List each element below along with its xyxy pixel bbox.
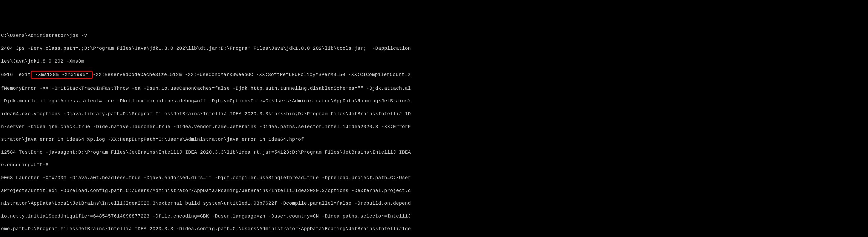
jps-output-line: e.encoding=UTF-8 [1, 162, 867, 168]
jps-output-line: fMemoryError -XX:-OmitStackTraceInFastTh… [1, 85, 867, 92]
jps-output-line: strator\java_error_in_idea64_%p.log -XX:… [1, 136, 867, 143]
jps-output-line: 12584 TestDemo -javaagent:D:\Program Fil… [1, 149, 867, 155]
jps-output-line: -Djdk.module.illegalAccess.silent=true -… [1, 98, 867, 104]
jps-output-line: 9068 Launcher -Xmx700m -Djava.awt.headle… [1, 175, 867, 181]
jps-output-line: idea64.exe.vmoptions -Djava.library.path… [1, 111, 867, 117]
jps-output-line: les\Java\jdk1.8.0_202 -Xms8m [1, 58, 867, 64]
pid-label: 6916 exit [1, 72, 31, 77]
memory-args-highlight: -Xms128m -Xmx1995m [31, 71, 93, 79]
jps-output-line: io.netty.initialSeedUniquifier=648545761… [1, 213, 867, 219]
jps-output-line: 6916 exit -Xms128m -Xmx1995m -XX:Reserve… [1, 71, 867, 79]
terminal-output: C:\Users\Administrator>jps -v 2404 Jps -… [1, 26, 867, 237]
command-prompt-line[interactable]: C:\Users\Administrator>jps -v [1, 32, 867, 39]
jvm-args: -XX:ReservedCodeCacheSize=512m -XX:+UseC… [93, 72, 414, 77]
jps-output-line: n\server -Didea.jre.check=true -Dide.nat… [1, 124, 867, 130]
jps-output-line: nistrator\AppData\Local\JetBrains\Intell… [1, 200, 867, 206]
jps-output-line: 2404 Jps -Denv.class.path=.;D:\Program F… [1, 45, 867, 52]
jps-output-line: aProjects/untitled1 -Dpreload.config.pat… [1, 187, 867, 194]
jps-output-line: ome.path=D:\Program Files\JetBrains\Inte… [1, 226, 867, 232]
